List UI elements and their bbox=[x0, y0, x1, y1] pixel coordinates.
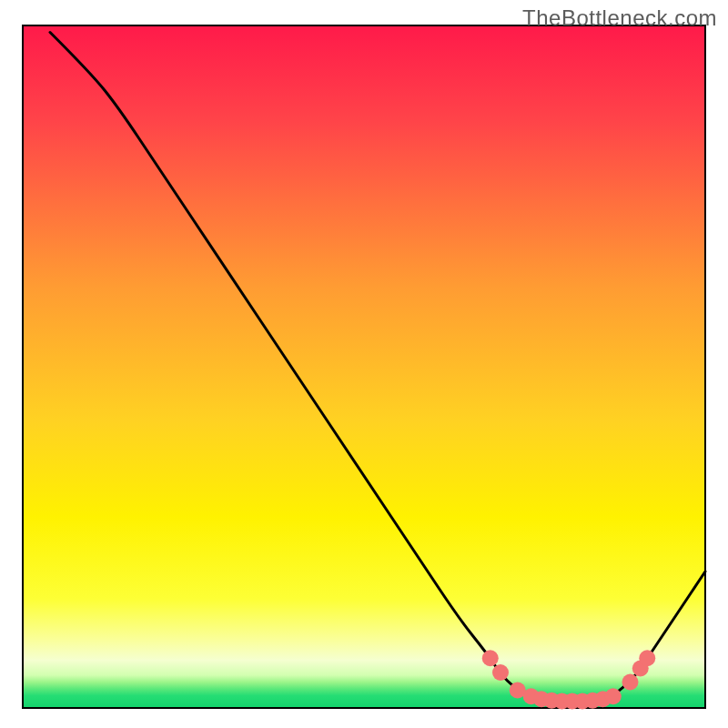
curve-marker bbox=[492, 664, 509, 681]
curve-marker bbox=[622, 674, 639, 691]
curve-marker bbox=[639, 650, 655, 666]
bottleneck-chart bbox=[0, 0, 728, 728]
curve-marker bbox=[482, 650, 499, 666]
curve-marker bbox=[605, 688, 622, 704]
plot-background bbox=[23, 25, 705, 708]
watermark-text: TheBottleneck.com bbox=[522, 5, 717, 31]
